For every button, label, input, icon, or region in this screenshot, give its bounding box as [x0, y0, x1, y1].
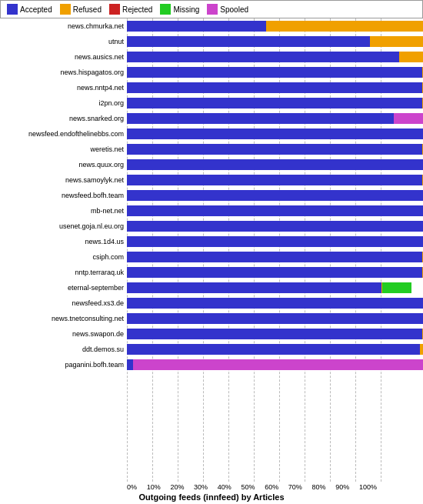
bar-segment-accepted [127, 221, 423, 232]
x-axis-label: 20% [170, 483, 184, 491]
row-label: newsfeed.xs3.de [0, 299, 127, 307]
bar-row: news.hispagatos.org8922 26 [0, 65, 423, 79]
row-label: newsfeed.bofh.team [0, 192, 127, 199]
legend-label: Missing [173, 5, 199, 14]
chart-title: Outgoing feeds (innfeed) by Articles [0, 491, 423, 504]
bar-area: 8902 21 [127, 82, 423, 93]
bar-segment-accepted [127, 205, 423, 216]
bar-segment-accepted [127, 344, 420, 355]
bar-segment-accepted [127, 282, 381, 293]
bar-row: usenet.goja.nl.eu.org6623 8 [0, 219, 423, 233]
bar-area: 5575 8 [127, 175, 423, 185]
bar-segment-missing [382, 282, 412, 293]
bar-area: 5019 8 [127, 282, 423, 293]
bar-row: news.samoylyk.net5575 8 [0, 172, 423, 187]
x-axis-label: 70% [288, 483, 302, 491]
row-label: eternal-september [0, 284, 127, 292]
chart-container: AcceptedRefusedRejectedMissingSpooled ne… [0, 0, 423, 504]
bar-segment-accepted [127, 98, 422, 108]
bar-row: csiph.com6948 8 [0, 249, 423, 264]
row-label: news.hispagatos.org [0, 68, 127, 76]
bar-segment-accepted [127, 267, 422, 278]
bar-area: 6567 11 [127, 129, 423, 139]
bar-row: news.chmurka.net6645 3006 [0, 18, 423, 33]
x-axis: 0%10%20%30%40%50%60%70%80%90%100% [127, 482, 377, 491]
rows-wrapper: news.chmurka.net6645 3006utnut6951 1047n… [0, 18, 423, 482]
row-label: news.1d4.us [0, 238, 127, 245]
legend-label: Spooled [220, 5, 248, 14]
bar-segment-refused [266, 21, 423, 32]
legend-label: Refused [73, 5, 102, 14]
bar-area: 32 0 [127, 344, 423, 355]
legend-item-missing: Missing [160, 4, 199, 15]
all-rows: news.chmurka.net6645 3006utnut6951 1047n… [0, 18, 423, 372]
legend-item-accepted: Accepted [7, 4, 52, 15]
x-axis-label: 100% [359, 483, 377, 491]
bar-row: i2pn.org6689 17 [0, 95, 423, 110]
bar-row: newsfeed.endofthelinebbs.com6567 11 [0, 126, 423, 141]
bar-segment-accepted [127, 82, 422, 93]
row-label: newsfeed.endofthelinebbs.com [0, 130, 127, 138]
bar-row: news.swapon.de674 5 [0, 326, 423, 341]
x-axis-label: 10% [147, 483, 161, 491]
bar-area: 6817 8 [127, 205, 423, 216]
bar-row: news.snarked.org11449 15 [0, 111, 423, 125]
row-label: ddt.demos.su [0, 345, 127, 353]
legend: AcceptedRefusedRejectedMissingSpooled [0, 0, 423, 18]
bar-area: 6837 6 [127, 236, 423, 247]
bar-segment-accepted [127, 313, 423, 324]
bar-row: ddt.demos.su32 0 [0, 342, 423, 356]
bar-row: eternal-september5019 8 [0, 280, 423, 295]
bar-area: 8922 26 [127, 67, 423, 78]
x-axis-label: 60% [265, 483, 278, 491]
row-label: weretis.net [0, 145, 127, 153]
row-label: news.swapon.de [0, 330, 127, 338]
row-label: nntp.terraraq.uk [0, 269, 127, 276]
x-axis-label: 0% [127, 483, 137, 491]
bar-area: 6901 9 [127, 159, 423, 170]
bar-row: paganini.bofh.team9613 0 [0, 357, 423, 372]
bar-area: 11449 15 [127, 113, 423, 124]
bar-row: news.tnetconsulting.net6950 8 [0, 311, 423, 325]
legend-label: Accepted [20, 5, 52, 14]
bar-segment-accepted [127, 252, 422, 262]
bar-segment-spooled [133, 359, 423, 370]
bar-area: 9613 0 [127, 359, 423, 370]
bar-segment-accepted [127, 159, 423, 170]
bar-area: 6951 1047 [127, 36, 423, 47]
bar-row: news.nntp4.net8902 21 [0, 80, 423, 95]
row-label: i2pn.org [0, 99, 127, 107]
bar-segment-accepted [127, 329, 422, 339]
bar-segment-accepted [127, 359, 133, 370]
bar-segment-accepted [127, 144, 422, 155]
legend-color-accepted [7, 4, 18, 15]
bar-row: mb-net.net6817 8 [0, 203, 423, 218]
bar-segment-accepted [127, 190, 423, 201]
row-label: news.nntp4.net [0, 84, 127, 92]
bar-row: newsfeed.bofh.team6685 8 [0, 188, 423, 202]
bar-segment-accepted [127, 298, 423, 309]
legend-item-refused: Refused [60, 4, 102, 15]
bar-area: 674 5 [127, 329, 423, 339]
bar-row: nntp.terraraq.uk2995 8 [0, 265, 423, 279]
bar-segment-accepted [127, 36, 370, 47]
bar-area: 6685 8 [127, 190, 423, 201]
legend-label: Rejected [122, 5, 152, 14]
bar-row: news.ausics.net5921 357 [0, 49, 423, 64]
x-axis-label: 50% [241, 483, 255, 491]
row-label: mb-net.net [0, 207, 127, 215]
row-label: csiph.com [0, 253, 127, 261]
bar-area: 6645 3006 [127, 21, 423, 32]
bar-area: 6849 8 [127, 298, 423, 309]
row-label: news.ausics.net [0, 53, 127, 61]
bar-segment-refused [420, 344, 423, 355]
row-label: news.samoylyk.net [0, 176, 127, 184]
bar-area: 6948 8 [127, 252, 423, 262]
legend-color-spooled [207, 4, 218, 15]
row-label: news.chmurka.net [0, 22, 127, 30]
bar-row: utnut6951 1047 [0, 34, 423, 48]
bar-segment-accepted [127, 175, 422, 185]
bar-area: 5921 357 [127, 52, 423, 62]
bar-row: news.1d4.us6837 6 [0, 234, 423, 249]
legend-color-refused [60, 4, 71, 15]
